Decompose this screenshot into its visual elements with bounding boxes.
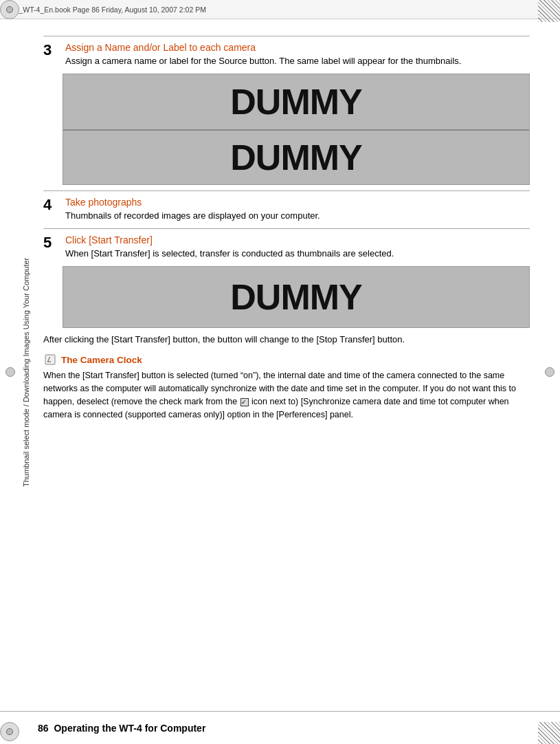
page-header: $00_WT-4_En.book Page 86 Friday, August …: [0, 0, 560, 19]
corner-decoration-tl: [0, 0, 22, 22]
dummy-image-step3: DUMMY DUMMY: [63, 74, 530, 185]
main-content: 3 Assign a Name and/or Label to each cam…: [38, 22, 541, 711]
crosshatch-tr: [538, 0, 560, 22]
note-body: When the [Start Transfer] button is sele…: [43, 369, 530, 421]
registration-mark-left: [5, 367, 15, 377]
checkbox-symbol: [240, 398, 249, 406]
divider-3: [43, 228, 530, 229]
checkbox-icon: [240, 397, 251, 406]
header-text: $00_WT-4_En.book Page 86 Friday, August …: [7, 6, 206, 14]
page-footer: 86 Operating the WT-4 for Computer: [0, 711, 560, 744]
note-section: The Camera Clock When the [Start Transfe…: [43, 353, 530, 421]
dummy-label-2: DUMMY: [230, 137, 361, 178]
step-5: 5 Click [Start Transfer] When [Start Tra…: [43, 234, 530, 261]
corner-decoration-tr: [538, 0, 560, 22]
divider-top: [43, 36, 530, 36]
sidebar-label: Thumbnail select mode / Downloading Imag…: [19, 69, 33, 675]
dummy-block-2: DUMMY: [63, 129, 529, 184]
step-4-body: Thumbnails of recorded images are displa…: [65, 210, 530, 223]
note-title: The Camera Clock: [61, 355, 142, 365]
step-3: 3 Assign a Name and/or Label to each cam…: [43, 42, 530, 68]
divider-2: [43, 190, 530, 191]
svg-rect-0: [45, 355, 55, 364]
step-5-body: When [Start Transfer] is selected, trans…: [65, 248, 530, 261]
step-5-number: 5: [43, 234, 63, 251]
step-3-title: Assign a Name and/or Label to each camer…: [65, 42, 530, 53]
compass-tl: [0, 0, 19, 19]
step-3-body: Assign a camera name or label for the So…: [65, 55, 530, 68]
step-5-title: Click [Start Transfer]: [65, 234, 530, 245]
dummy-block-1: DUMMY: [63, 74, 529, 129]
pencil-icon: [43, 353, 57, 366]
note-header-row: The Camera Clock: [43, 353, 530, 366]
dummy-label-3: DUMMY: [230, 276, 361, 318]
step-4: 4 Take photographs Thumbnails of recorde…: [43, 197, 530, 223]
step-4-title: Take photographs: [65, 197, 530, 208]
dummy-label-1: DUMMY: [230, 81, 361, 122]
page-number: 86: [38, 723, 49, 734]
step-5-content: Click [Start Transfer] When [Start Trans…: [65, 234, 530, 261]
dummy-image-step5: DUMMY: [63, 266, 530, 328]
step-4-number: 4: [43, 197, 63, 213]
step-4-content: Take photographs Thumbnails of recorded …: [65, 197, 530, 223]
step-3-content: Assign a Name and/or Label to each camer…: [65, 42, 530, 68]
registration-mark-right: [545, 367, 555, 377]
after-step5-text: After clicking the [Start Transfer] butt…: [43, 333, 530, 347]
step-3-number: 3: [43, 42, 63, 58]
footer-label: Operating the WT-4 for Computer: [52, 723, 206, 734]
